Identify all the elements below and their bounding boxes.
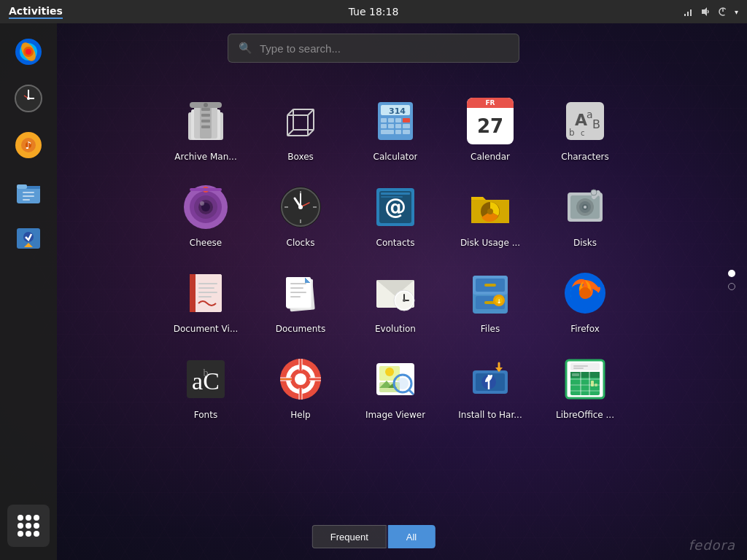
svg-text:314: 314: [389, 106, 406, 116]
svg-rect-101: [198, 283, 217, 284]
app-item-evolution[interactable]: Evolution: [348, 260, 443, 338]
svg-rect-21: [17, 184, 27, 189]
app-item-cheese[interactable]: Cheese: [158, 174, 253, 252]
app-item-calendar[interactable]: FR 27 Calendar: [443, 88, 538, 166]
app-item-files[interactable]: ↓ Files: [443, 260, 538, 338]
svg-marker-3: [702, 7, 707, 16]
app-item-document-viewer[interactable]: Document Vi...: [158, 260, 253, 338]
power-icon[interactable]: [717, 6, 729, 18]
app-item-documents[interactable]: Documents: [253, 260, 348, 338]
svg-rect-34: [201, 125, 210, 128]
files-label: Files: [481, 324, 500, 334]
app-item-clocks[interactable]: Clocks: [253, 174, 348, 252]
svg-rect-53: [403, 124, 410, 128]
app-item-disks[interactable]: Disks: [538, 174, 632, 252]
svg-line-42: [308, 130, 314, 136]
svg-point-68: [200, 201, 204, 206]
svg-text:b: b: [204, 368, 209, 378]
svg-point-80: [298, 205, 303, 209]
svg-point-94: [584, 206, 587, 209]
topbar-right-icons: ▾: [682, 6, 738, 18]
app-item-firefox[interactable]: Firefox: [538, 260, 632, 338]
search-bar: 🔍: [228, 34, 519, 63]
cal-day: 27: [467, 108, 514, 144]
volume-icon[interactable]: [700, 6, 711, 18]
dropdown-arrow-icon[interactable]: ▾: [735, 8, 738, 16]
app-row-4: aC b Fonts: [73, 346, 718, 424]
tab-frequent[interactable]: Frequent: [312, 525, 387, 548]
app-item-characters[interactable]: A a B b c Characters: [538, 88, 632, 166]
libreoffice-icon: [559, 353, 611, 405]
svg-rect-156: [572, 373, 579, 376]
svg-rect-158: [573, 365, 588, 367]
bottom-tab-bar: Frequent All: [312, 525, 436, 548]
svg-text:c: c: [581, 129, 585, 137]
sidebar-item-files[interactable]: [7, 171, 50, 213]
archive-manager-label: Archive Man...: [174, 152, 236, 162]
app-item-archive-manager[interactable]: Archive Man...: [158, 88, 253, 166]
svg-text:@: @: [384, 194, 406, 219]
svg-rect-100: [190, 274, 196, 312]
network-icon[interactable]: [682, 6, 694, 18]
page-dot-2[interactable]: [728, 283, 735, 290]
archive-manager-icon: [179, 95, 232, 147]
svg-point-118: [403, 299, 406, 302]
svg-rect-70: [190, 188, 222, 191]
app-item-calculator[interactable]: 314 Calculator: [348, 88, 443, 166]
svg-rect-102: [198, 287, 214, 289]
svg-rect-108: [290, 283, 306, 284]
svg-rect-84: [381, 192, 410, 195]
sidebar-item-rhythmbox[interactable]: ♪: [7, 124, 50, 166]
documents-icon: [274, 267, 327, 319]
app-item-fonts[interactable]: aC b Fonts: [158, 346, 253, 424]
svg-text:B: B: [592, 117, 600, 131]
disk-usage-icon: [464, 181, 516, 233]
document-viewer-icon: [179, 267, 232, 319]
svg-rect-32: [201, 114, 210, 117]
app-item-contacts[interactable]: @ Contacts: [348, 174, 443, 252]
svg-rect-110: [290, 292, 306, 293]
sidebar-item-firefox[interactable]: [7, 31, 50, 73]
svg-rect-22: [23, 192, 34, 193]
sidebar: ♪: [0, 23, 57, 560]
svg-point-140: [385, 368, 394, 376]
characters-icon: A a B b c: [559, 95, 611, 147]
calculator-label: Calculator: [374, 152, 418, 162]
show-apps-button[interactable]: [7, 505, 50, 547]
svg-line-39: [287, 109, 293, 115]
page-dot-1[interactable]: [728, 270, 735, 277]
activities-button[interactable]: Activities: [9, 5, 63, 19]
sidebar-item-fedora-install[interactable]: [7, 217, 50, 260]
svg-line-40: [308, 109, 314, 115]
page-indicators: [728, 270, 735, 290]
app-item-install[interactable]: Install to Har...: [443, 346, 538, 424]
svg-rect-50: [381, 124, 387, 128]
search-input[interactable]: [260, 42, 508, 55]
characters-label: Characters: [561, 152, 609, 162]
disk-usage-label: Disk Usage ...: [460, 238, 520, 248]
app-item-help[interactable]: Help: [253, 346, 348, 424]
svg-point-143: [397, 378, 409, 389]
svg-rect-161: [595, 384, 597, 386]
svg-rect-47: [388, 118, 394, 122]
sidebar-item-clock[interactable]: [7, 77, 50, 120]
svg-rect-111: [290, 296, 301, 298]
tab-all[interactable]: All: [388, 525, 435, 548]
app-item-disk-usage[interactable]: Disk Usage ...: [443, 174, 538, 252]
svg-rect-160: [591, 381, 594, 386]
disks-icon: [559, 181, 611, 233]
cheese-icon: [179, 181, 232, 233]
svg-rect-51: [388, 124, 394, 128]
cheese-label: Cheese: [190, 238, 222, 248]
app-item-libreoffice[interactable]: LibreOffice ...: [538, 346, 632, 424]
svg-rect-2: [690, 9, 692, 16]
app-item-image-viewer[interactable]: Image Viewer: [348, 346, 443, 424]
calendar-label: Calendar: [471, 152, 510, 162]
app-row-3: Document Vi...: [73, 260, 718, 338]
svg-rect-46: [381, 118, 387, 122]
svg-rect-31: [201, 108, 210, 111]
calculator-icon: 314: [369, 95, 422, 147]
svg-text:↓: ↓: [497, 298, 502, 305]
app-item-boxes[interactable]: Boxes: [253, 88, 348, 166]
image-viewer-icon: [369, 353, 422, 405]
